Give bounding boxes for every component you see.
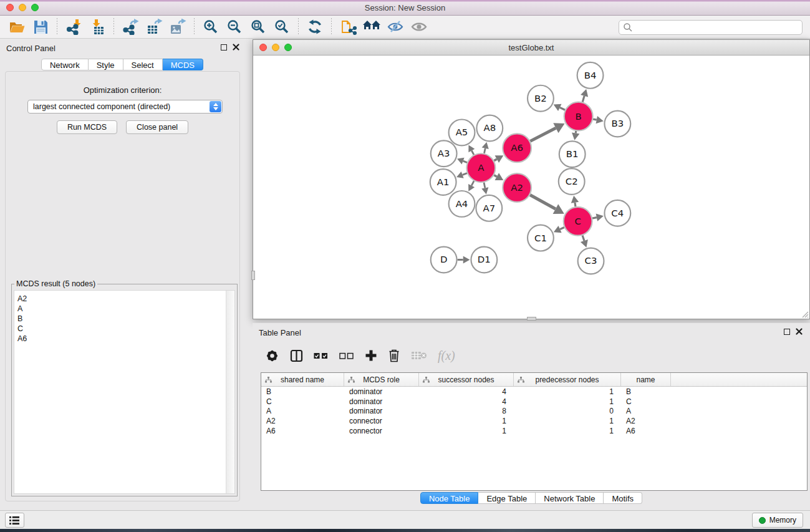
cell-successor-nodes[interactable]: 1 <box>419 417 514 425</box>
cell-shared-name[interactable]: A <box>261 407 344 415</box>
cell-mcds-role[interactable]: dominator <box>344 407 419 415</box>
node-table: shared name MCDS role successor nodes pr… <box>261 372 808 491</box>
import-network-icon[interactable] <box>62 17 85 37</box>
optimization-criterion-label: Optimization criterion: <box>6 85 239 95</box>
network-window-titlebar[interactable]: testGlobe.txt <box>253 40 809 56</box>
search-field[interactable] <box>619 20 803 35</box>
home-icon[interactable] <box>360 17 383 37</box>
cell-mcds-role[interactable]: connector <box>344 417 419 425</box>
cell-shared-name[interactable]: B <box>261 387 344 396</box>
save-session-icon[interactable] <box>29 17 52 37</box>
deselect-all-rows-icon[interactable] <box>339 352 354 359</box>
cell-predecessor-nodes[interactable]: 1 <box>514 387 621 396</box>
export-network-icon[interactable] <box>118 17 142 37</box>
cell-shared-name[interactable]: A6 <box>261 427 344 435</box>
cell-name[interactable]: C <box>621 397 671 406</box>
column-header-successor-nodes[interactable]: successor nodes <box>419 373 514 386</box>
export-table-icon[interactable] <box>142 17 166 37</box>
open-session-icon[interactable] <box>5 17 29 37</box>
float-table-panel-icon[interactable] <box>784 329 790 335</box>
task-history-button[interactable] <box>5 513 24 528</box>
search-input[interactable] <box>633 23 802 32</box>
cell-successor-nodes[interactable]: 4 <box>419 397 514 406</box>
tab-network[interactable]: Network <box>41 59 89 70</box>
cell-predecessor-nodes[interactable]: 1 <box>514 417 621 425</box>
delete-column-trash-icon[interactable] <box>388 349 400 362</box>
tab-edge-table[interactable]: Edge Table <box>478 492 536 504</box>
cell-mcds-role[interactable]: connector <box>344 427 419 435</box>
close-table-panel-icon[interactable] <box>796 328 803 335</box>
mcds-result-list[interactable]: A2 A B C A6 <box>14 290 235 494</box>
zoom-in-icon[interactable] <box>199 17 223 37</box>
graph-node-label-A5: A5 <box>456 127 468 138</box>
zoom-selected-icon[interactable] <box>270 17 294 37</box>
export-image-icon[interactable] <box>166 17 190 37</box>
close-panel-button[interactable]: Close panel <box>126 120 188 134</box>
cell-predecessor-nodes[interactable]: 1 <box>514 397 621 406</box>
graph-node-label-A7: A7 <box>483 203 495 214</box>
tab-node-table[interactable]: Node Table <box>420 492 479 504</box>
cell-name[interactable]: A <box>621 407 671 415</box>
tab-motifs[interactable]: Motifs <box>604 492 642 504</box>
result-list-scrollbar[interactable] <box>226 291 234 493</box>
tab-select[interactable]: Select <box>123 59 163 70</box>
pane-divider-handle[interactable] <box>527 317 536 321</box>
column-header-predecessor-nodes[interactable]: predecessor nodes <box>514 373 621 386</box>
graph-edge-A-A6 <box>494 159 496 160</box>
refresh-view-icon[interactable] <box>303 17 327 37</box>
tab-style[interactable]: Style <box>89 59 123 70</box>
dropdown-stepper-icon <box>210 101 221 112</box>
cell-name[interactable]: A2 <box>621 417 671 425</box>
pane-divider-handle[interactable] <box>251 271 255 280</box>
main-titlebar: Session: New Session <box>0 0 810 16</box>
cell-name[interactable]: A6 <box>621 427 671 435</box>
cell-predecessor-nodes[interactable]: 0 <box>514 407 621 415</box>
function-builder-icon-disabled: f(x) <box>438 349 455 363</box>
column-header-name[interactable]: name <box>621 373 671 386</box>
graph-node-label-D1: D1 <box>478 254 491 265</box>
graph-edge-arrowhead <box>463 256 470 263</box>
memory-button[interactable]: Memory <box>752 513 803 528</box>
memory-status-icon <box>759 517 766 524</box>
tab-network-table[interactable]: Network Table <box>536 492 604 504</box>
cell-predecessor-nodes[interactable]: 1 <box>514 427 621 435</box>
cell-mcds-role[interactable]: dominator <box>344 387 419 396</box>
run-mcds-button[interactable]: Run MCDS <box>57 120 117 134</box>
resize-grip-icon[interactable] <box>801 310 809 318</box>
cell-mcds-role[interactable]: dominator <box>344 397 419 406</box>
zoom-fit-icon[interactable] <box>246 17 270 37</box>
tab-mcds[interactable]: MCDS <box>163 59 203 70</box>
control-panel: Control Panel Network Style Select MCDS … <box>0 39 244 510</box>
cell-successor-nodes[interactable]: 1 <box>419 427 514 435</box>
graph-edge-C-C3 <box>582 235 584 241</box>
graph-edge-C-C4 <box>592 218 597 218</box>
control-panel-title: Control Panel <box>6 44 55 53</box>
table-toolbar: f(x) <box>253 342 810 369</box>
cell-successor-nodes[interactable]: 8 <box>419 407 514 415</box>
result-list-item: B <box>17 314 234 324</box>
close-panel-icon[interactable] <box>233 44 239 51</box>
graph-node-label-C2: C2 <box>566 176 578 187</box>
zoom-out-icon[interactable] <box>223 17 246 37</box>
create-column-plus-icon[interactable] <box>365 349 377 362</box>
show-columns-icon[interactable] <box>290 349 303 362</box>
hide-panels-eye-icon[interactable] <box>383 17 407 37</box>
new-network-from-selection-icon[interactable] <box>336 17 360 37</box>
cell-successor-nodes[interactable]: 4 <box>419 387 514 396</box>
graph-edge-arrowhead <box>572 133 579 140</box>
optimization-criterion-select[interactable]: largest connected component (directed) <box>27 100 223 114</box>
select-all-rows-icon[interactable] <box>314 352 329 359</box>
cell-name[interactable]: B <box>621 387 671 396</box>
cell-shared-name[interactable]: C <box>261 397 344 406</box>
show-panels-eye-icon[interactable] <box>407 17 431 37</box>
result-list-item: A <box>17 304 234 314</box>
graph-edge-B-B2 <box>560 107 565 110</box>
graph-edge-A-A4 <box>471 181 474 185</box>
table-settings-gear-icon[interactable] <box>265 349 279 363</box>
column-header-mcds-role[interactable]: MCDS role <box>344 373 419 386</box>
float-panel-icon[interactable] <box>221 44 227 51</box>
import-table-icon[interactable] <box>85 17 109 37</box>
column-header-shared-name[interactable]: shared name <box>261 373 344 386</box>
cell-shared-name[interactable]: A2 <box>261 417 344 425</box>
network-canvas[interactable]: AA1A2A3A4A5A6A7A8BB1B2B3B4CC1C2C3C4DD1 <box>253 56 809 319</box>
